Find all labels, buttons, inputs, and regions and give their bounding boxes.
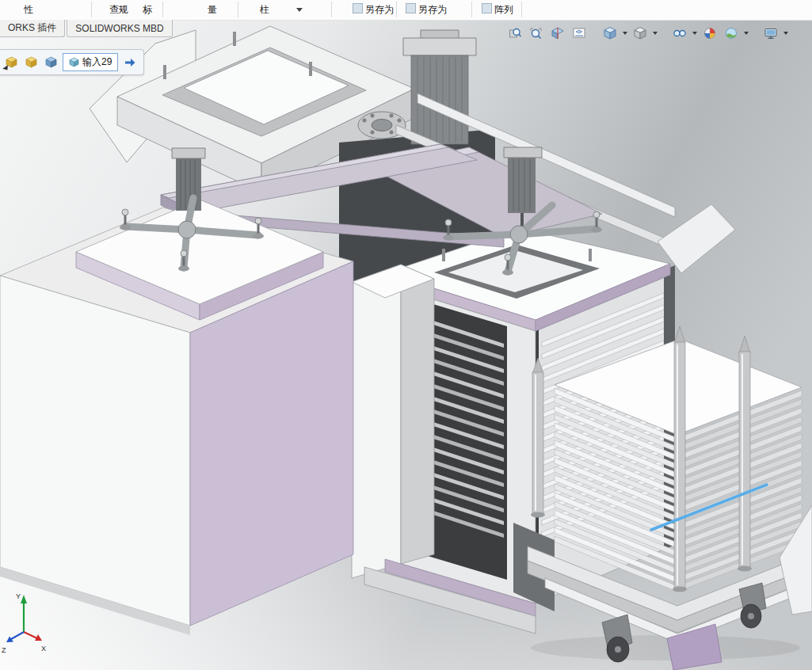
ribbon-item-label: 另存为	[418, 4, 447, 15]
ribbon-item[interactable]: 标	[143, 3, 152, 17]
zoom-to-fit-button[interactable]	[505, 25, 524, 42]
blue-arrow-icon	[124, 56, 136, 69]
separator	[162, 2, 163, 17]
edit-appearance-button[interactable]	[700, 25, 719, 42]
dropdown-caret-icon[interactable]	[623, 32, 627, 35]
zoom-to-area-button[interactable]	[527, 25, 546, 42]
hide-show-items-icon	[673, 26, 687, 40]
separator	[471, 2, 472, 17]
dropdown-caret-icon[interactable]	[296, 8, 303, 12]
section-view-button[interactable]	[548, 25, 567, 42]
display-style-button[interactable]	[631, 25, 650, 42]
guide-rod-middle	[673, 326, 687, 592]
ribbon-item-icon	[482, 3, 492, 13]
tab-solidworks-mbd[interactable]: SOLIDWORKS MBD	[67, 20, 172, 37]
guide-rod-right	[738, 336, 752, 572]
ribbon-item[interactable]: 另存为	[406, 3, 447, 17]
edit-appearance-icon	[703, 26, 717, 40]
component-button[interactable]	[23, 55, 39, 70]
y-axis-arrow-icon	[21, 595, 27, 603]
component-button[interactable]	[3, 55, 19, 70]
component-yellow-icon	[25, 56, 37, 68]
separator	[238, 2, 238, 17]
dropdown-caret-icon[interactable]	[653, 32, 658, 35]
x-axis-label: X	[41, 645, 46, 653]
view-settings-button[interactable]	[761, 25, 780, 42]
breadcrumb-forward-button[interactable]	[122, 55, 138, 70]
vertical-actuator-top[interactable]	[403, 30, 476, 144]
reference-triad: Y X Z	[0, 589, 51, 659]
display-style-icon	[633, 26, 647, 40]
dropdown-caret-icon[interactable]	[692, 32, 697, 35]
graphics-area[interactable]	[0, 0, 812, 670]
heads-up-view-toolbar	[505, 25, 789, 42]
ribbon-item[interactable]: 另存为	[353, 3, 394, 17]
breadcrumb-part-chip[interactable]: 输入29	[63, 53, 118, 71]
separator	[331, 2, 332, 17]
viewport-3d-model[interactable]	[0, 0, 812, 670]
part-icon	[69, 57, 79, 67]
dropdown-caret-icon[interactable]	[744, 32, 749, 35]
ribbon-item[interactable]: 柱	[260, 3, 269, 17]
ribbon-item[interactable]: 阵列	[482, 3, 513, 17]
view-settings-icon	[764, 26, 778, 40]
apply-scene-icon	[724, 26, 738, 40]
ribbon-item[interactable]: 量	[208, 3, 217, 17]
hide-show-items-button[interactable]	[670, 25, 689, 42]
dropdown-caret-icon[interactable]	[783, 32, 788, 35]
commandmanager-tabs: ORKS 插件 SOLIDWORKS MBD	[0, 20, 174, 38]
ribbon-strip: 性 查规 标 量 柱 另存为 另存为 阵列	[0, 0, 812, 21]
ribbon-item[interactable]: 性	[24, 3, 33, 17]
breadcrumb-part-label: 输入29	[82, 55, 112, 69]
y-axis-label: Y	[16, 592, 21, 600]
view-orientation-button[interactable]	[600, 25, 619, 42]
ribbon-item[interactable]: 查规	[109, 3, 128, 17]
3d-drawing-view-icon	[572, 26, 586, 40]
apply-scene-button[interactable]	[722, 25, 741, 42]
ribbon-item-label: 另存为	[365, 4, 394, 15]
tab-solidworks-addins[interactable]: ORKS 插件	[0, 20, 65, 37]
z-axis-label: Z	[2, 646, 6, 654]
separator	[396, 2, 397, 17]
separator	[91, 2, 92, 17]
zoom-to-area-icon	[529, 26, 543, 40]
view-orientation-icon	[603, 26, 617, 40]
left-box[interactable]	[0, 200, 353, 635]
3d-drawing-view-button[interactable]	[570, 25, 589, 42]
separator	[521, 2, 522, 17]
guide-rod-left	[531, 358, 545, 518]
section-view-icon	[551, 26, 565, 40]
ribbon-item-label: 阵列	[494, 4, 513, 15]
ribbon-item-icon	[406, 3, 416, 13]
selection-breadcrumb: 输入29	[0, 49, 144, 75]
zoom-to-fit-icon	[508, 26, 522, 40]
assembly-button[interactable]	[43, 55, 59, 70]
ribbon-item-icon	[353, 3, 363, 13]
component-blue-icon	[45, 56, 57, 68]
